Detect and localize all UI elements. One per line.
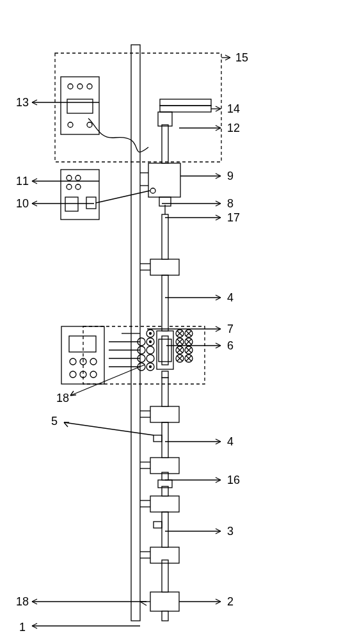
svg-point-91 <box>75 175 81 180</box>
label-8: 8 <box>227 197 233 211</box>
svg-point-60 <box>90 358 97 365</box>
svg-rect-80 <box>61 77 99 134</box>
svg-point-82 <box>68 84 73 89</box>
svg-point-63 <box>90 371 97 378</box>
label-5: 5 <box>51 415 58 428</box>
svg-point-83 <box>77 84 83 89</box>
svg-point-46 <box>150 366 152 368</box>
svg-rect-75 <box>162 125 168 163</box>
label-6: 6 <box>227 339 233 353</box>
label-11: 11 <box>16 175 29 188</box>
svg-rect-35 <box>162 371 168 378</box>
label-15: 15 <box>235 51 248 65</box>
svg-rect-21 <box>154 435 162 442</box>
svg-rect-78 <box>160 99 211 106</box>
svg-rect-11 <box>150 496 179 512</box>
svg-rect-57 <box>69 336 96 352</box>
label-16: 16 <box>227 474 240 487</box>
svg-point-44 <box>146 355 154 362</box>
svg-rect-68 <box>162 214 168 259</box>
label-4a: 4 <box>227 435 233 449</box>
label-12: 12 <box>227 122 240 135</box>
svg-rect-37 <box>162 336 168 365</box>
svg-rect-5 <box>162 560 168 592</box>
svg-point-86 <box>87 122 92 127</box>
svg-rect-88 <box>86 197 96 209</box>
label-7: 7 <box>227 323 233 336</box>
svg-rect-64 <box>162 275 168 331</box>
label-4b: 4 <box>227 291 233 305</box>
svg-rect-79 <box>55 53 221 162</box>
svg-point-84 <box>87 84 92 89</box>
label-1: 1 <box>19 621 26 634</box>
svg-rect-20 <box>162 422 168 458</box>
label-17: 17 <box>227 211 240 225</box>
svg-rect-25 <box>162 378 168 406</box>
svg-point-85 <box>68 122 73 127</box>
svg-rect-22 <box>150 406 179 422</box>
schematic-diagram <box>0 0 364 640</box>
svg-rect-77 <box>160 106 211 112</box>
svg-rect-1 <box>150 592 179 611</box>
label-10: 10 <box>16 197 29 211</box>
svg-line-89 <box>96 191 150 203</box>
svg-line-104 <box>70 365 145 396</box>
svg-point-74 <box>150 188 155 193</box>
label-18b: 18 <box>56 392 69 405</box>
label-9: 9 <box>227 170 233 183</box>
svg-rect-65 <box>150 259 179 275</box>
svg-rect-2 <box>162 611 168 621</box>
label-14: 14 <box>227 102 240 116</box>
svg-rect-81 <box>67 99 93 113</box>
svg-point-58 <box>70 358 76 365</box>
svg-rect-94 <box>65 197 78 211</box>
svg-point-92 <box>67 184 72 189</box>
label-2: 2 <box>227 595 233 609</box>
svg-point-90 <box>67 175 72 180</box>
svg-line-4 <box>140 602 146 605</box>
label-3: 3 <box>227 525 233 538</box>
label-13: 13 <box>16 96 29 109</box>
svg-point-43 <box>146 346 154 354</box>
svg-rect-17 <box>150 458 179 474</box>
label-18a: 18 <box>16 595 29 609</box>
svg-rect-71 <box>148 163 180 197</box>
svg-point-40 <box>150 333 152 335</box>
svg-rect-76 <box>158 112 172 126</box>
svg-point-42 <box>150 341 152 343</box>
svg-point-93 <box>75 184 81 189</box>
svg-rect-9 <box>162 512 168 547</box>
svg-point-61 <box>70 371 76 378</box>
svg-rect-0 <box>131 45 140 621</box>
svg-rect-70 <box>159 197 171 206</box>
svg-rect-10 <box>154 522 162 528</box>
